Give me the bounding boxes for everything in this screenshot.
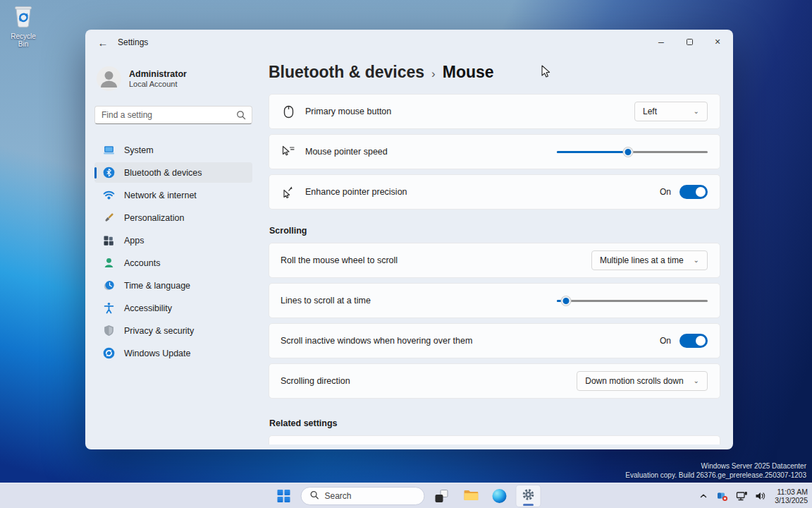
breadcrumb: Bluetooth & devices › Mouse [269,63,720,82]
scrolling-direction-dropdown[interactable]: Down motion scrolls down ⌄ [577,371,708,391]
file-explorer-button[interactable] [459,485,483,507]
privacy-security-icon [102,325,115,337]
toggle-state-label: On [660,187,671,197]
maximize-icon [687,39,693,45]
settings-main-pane: Bluetooth & devices › Mouse Primary mous… [269,55,720,449]
person-icon [97,66,121,91]
clock-time: 11:03 AM [775,488,808,496]
accessibility-icon [102,302,115,315]
setting-row-lines-to-scroll: Lines to scroll at a time [269,283,720,318]
section-title-related-settings: Related settings [269,418,720,428]
account-type: Local Account [129,80,187,89]
pointer-precision-icon [281,185,296,199]
gear-icon [522,488,536,504]
sidebar-item-time-language[interactable]: Time & language [94,275,252,296]
mouse-arrow-cursor [541,65,551,81]
close-button[interactable]: × [703,31,732,52]
scroll-inactive-windows-toggle[interactable] [679,334,708,348]
network-tray-icon[interactable] [735,490,748,502]
accounts-icon [102,257,115,270]
sidebar-nav: System Bluetooth & devices Network & int… [94,140,252,363]
sidebar-item-label: Bluetooth & devices [124,168,202,178]
back-button[interactable]: ← [92,33,113,52]
search-icon [310,490,319,502]
section-title-scrolling: Scrolling [269,226,720,236]
system-tray: 11:03 AM 3/13/2025 [697,483,808,508]
account-name: Administrator [129,69,187,80]
taskbar-search[interactable]: Search [301,487,425,505]
sidebar-item-personalization[interactable]: Personalization [94,207,252,228]
volume-icon[interactable] [754,490,767,502]
page-title: Mouse [443,63,494,82]
sidebar-item-label: Accounts [124,258,160,268]
toggle-knob [696,336,706,346]
setting-row-enhance-pointer-precision: Enhance pointer precision On [269,174,720,210]
sidebar-item-label: Network & internet [124,190,197,200]
lines-to-scroll-slider[interactable] [557,295,708,306]
search-icon [236,110,246,123]
recycle-bin-shortcut[interactable]: Recycle Bin [6,4,41,48]
task-view-button[interactable] [430,485,454,507]
setting-row-primary-mouse-button: Primary mouse button Left ⌄ [269,94,720,129]
watermark-line2: Evaluation copy. Build 26376.ge_prerelea… [625,471,806,480]
desktop: Recycle Bin ← Settings – × [0,0,812,508]
setting-row-scrolling-direction: Scrolling direction Down motion scrolls … [269,363,720,399]
sidebar-item-bluetooth-devices[interactable]: Bluetooth & devices [94,162,252,183]
sidebar-item-label: System [124,145,154,155]
mouse-pointer-speed-slider[interactable] [557,146,708,157]
sidebar-item-privacy-security[interactable]: Privacy & security [94,320,252,341]
personalization-icon [102,212,115,224]
sidebar-item-label: Time & language [124,281,190,291]
bluetooth-icon [102,167,115,179]
setting-label: Scrolling direction [281,376,577,386]
slider-thumb[interactable] [561,296,570,306]
related-settings-card-partial[interactable] [269,435,720,445]
window-title: Settings [118,37,148,47]
clock-date: 3/13/2025 [775,496,808,504]
start-button[interactable] [272,485,296,507]
edge-button[interactable] [488,485,512,507]
sidebar-item-accounts[interactable]: Accounts [94,253,252,273]
setting-label: Enhance pointer precision [305,187,660,197]
sidebar-item-label: Apps [124,236,144,246]
sidebar-item-windows-update[interactable]: Windows Update [94,343,252,363]
minimize-button[interactable]: – [647,31,675,52]
roll-mouse-wheel-dropdown[interactable]: Multiple lines at a time ⌄ [591,250,708,270]
sidebar-item-system[interactable]: System [94,140,252,160]
evaluation-watermark: Windows Server 2025 Datacenter Evaluatio… [625,462,806,480]
primary-mouse-button-dropdown[interactable]: Left ⌄ [634,102,708,121]
sidebar-item-label: Privacy & security [124,326,194,336]
setting-label: Lines to scroll at a time [281,296,557,306]
enhance-pointer-precision-toggle[interactable] [679,185,708,199]
hidden-icons-chevron[interactable] [697,490,710,502]
mouse-icon [281,104,296,119]
system-icon [102,144,115,157]
settings-app-button[interactable] [517,485,541,507]
slider-fill [557,151,628,154]
avatar [97,66,121,91]
pointer-speed-icon [281,145,296,159]
find-setting-input[interactable] [94,106,252,124]
breadcrumb-root[interactable]: Bluetooth & devices [269,63,424,82]
setting-row-mouse-pointer-speed: Mouse pointer speed [269,134,720,169]
toggle-state-label: On [660,336,671,346]
dropdown-value: Down motion scrolls down [585,376,683,386]
taskbar-clock[interactable]: 11:03 AM 3/13/2025 [773,488,808,504]
account-card[interactable]: Administrator Local Account [97,66,250,91]
sidebar-item-label: Accessibility [124,303,172,313]
taskbar: Search [0,483,812,508]
maximize-button[interactable] [675,31,703,52]
setting-label: Mouse pointer speed [305,147,557,157]
sidebar-item-label: Personalization [124,213,184,223]
slider-track[interactable] [557,300,708,303]
sidebar-item-label: Windows Update [124,349,191,358]
sidebar-item-network-internet[interactable]: Network & internet [94,185,252,205]
sidebar-item-apps[interactable]: Apps [94,230,252,250]
breadcrumb-separator: › [431,67,436,81]
slider-thumb[interactable] [623,147,632,157]
tray-app-badge-icon[interactable] [716,490,729,502]
recycle-bin-label: Recycle Bin [6,32,41,48]
sidebar-item-accessibility[interactable]: Accessibility [94,298,252,318]
settings-sidebar: Administrator Local Account System [85,55,262,449]
setting-label: Primary mouse button [305,107,634,116]
